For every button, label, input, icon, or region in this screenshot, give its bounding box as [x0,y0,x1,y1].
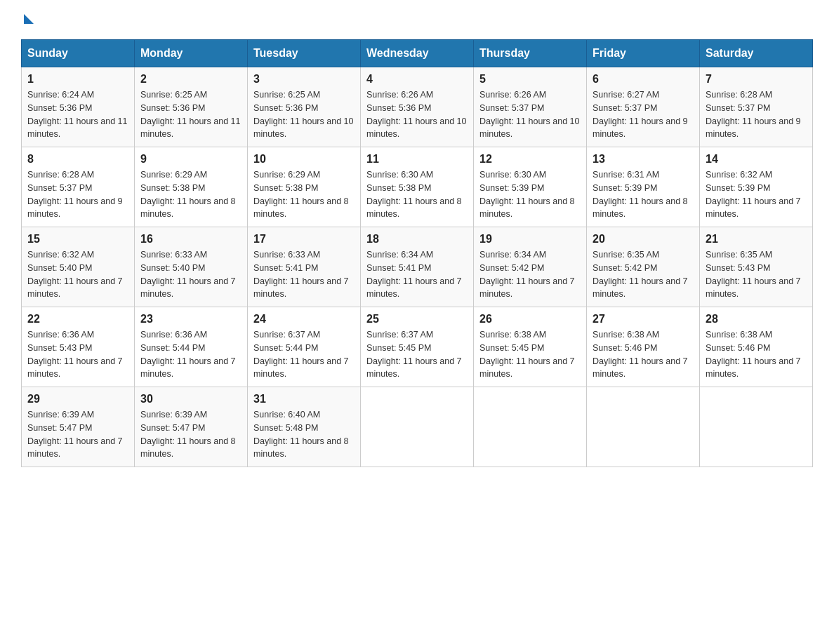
day-number: 25 [366,313,468,326]
day-number: 1 [27,73,128,86]
header-monday: Monday [135,40,248,67]
calendar-cell: 27 Sunrise: 6:38 AMSunset: 5:46 PMDaylig… [587,307,700,387]
logo-triangle-icon [24,14,34,24]
calendar-cell: 16 Sunrise: 6:33 AMSunset: 5:40 PMDaylig… [135,227,248,307]
day-info: Sunrise: 6:35 AMSunset: 5:43 PMDaylight:… [706,248,807,301]
day-info: Sunrise: 6:33 AMSunset: 5:41 PMDaylight:… [253,248,355,301]
day-info: Sunrise: 6:29 AMSunset: 5:38 PMDaylight:… [253,168,355,221]
page-header [21,14,813,25]
calendar-header: SundayMondayTuesdayWednesdayThursdayFrid… [22,40,813,67]
day-number: 11 [366,153,468,166]
week-row-3: 15 Sunrise: 6:32 AMSunset: 5:40 PMDaylig… [22,227,813,307]
day-number: 13 [593,153,694,166]
calendar-cell: 9 Sunrise: 6:29 AMSunset: 5:38 PMDayligh… [135,147,248,227]
calendar-cell: 23 Sunrise: 6:36 AMSunset: 5:44 PMDaylig… [135,307,248,387]
calendar-cell: 12 Sunrise: 6:30 AMSunset: 5:39 PMDaylig… [474,147,587,227]
calendar-cell: 24 Sunrise: 6:37 AMSunset: 5:44 PMDaylig… [248,307,361,387]
calendar-cell: 5 Sunrise: 6:26 AMSunset: 5:37 PMDayligh… [474,67,587,147]
calendar-body: 1 Sunrise: 6:24 AMSunset: 5:36 PMDayligh… [22,67,813,467]
header-saturday: Saturday [700,40,813,67]
week-row-5: 29 Sunrise: 6:39 AMSunset: 5:47 PMDaylig… [22,387,813,467]
day-number: 7 [706,73,807,86]
day-number: 15 [27,233,128,246]
day-info: Sunrise: 6:38 AMSunset: 5:46 PMDaylight:… [706,328,807,381]
day-number: 26 [479,313,581,326]
calendar-cell: 31 Sunrise: 6:40 AMSunset: 5:48 PMDaylig… [248,387,361,467]
day-number: 28 [706,313,807,326]
day-number: 20 [593,233,694,246]
calendar-cell [474,387,587,467]
week-row-4: 22 Sunrise: 6:36 AMSunset: 5:43 PMDaylig… [22,307,813,387]
day-info: Sunrise: 6:37 AMSunset: 5:45 PMDaylight:… [366,328,468,381]
day-info: Sunrise: 6:28 AMSunset: 5:37 PMDaylight:… [706,88,807,141]
day-number: 31 [253,393,355,405]
day-info: Sunrise: 6:38 AMSunset: 5:45 PMDaylight:… [479,328,581,381]
day-info: Sunrise: 6:25 AMSunset: 5:36 PMDaylight:… [140,88,241,141]
calendar-cell: 10 Sunrise: 6:29 AMSunset: 5:38 PMDaylig… [248,147,361,227]
day-info: Sunrise: 6:30 AMSunset: 5:38 PMDaylight:… [366,168,468,221]
day-number: 6 [593,73,694,86]
calendar-cell: 14 Sunrise: 6:32 AMSunset: 5:39 PMDaylig… [700,147,813,227]
day-number: 14 [706,153,807,166]
day-info: Sunrise: 6:38 AMSunset: 5:46 PMDaylight:… [593,328,694,381]
calendar-cell: 19 Sunrise: 6:34 AMSunset: 5:42 PMDaylig… [474,227,587,307]
day-number: 9 [140,153,241,166]
day-info: Sunrise: 6:34 AMSunset: 5:41 PMDaylight:… [366,248,468,301]
day-info: Sunrise: 6:24 AMSunset: 5:36 PMDaylight:… [27,88,128,141]
day-info: Sunrise: 6:31 AMSunset: 5:39 PMDaylight:… [593,168,694,221]
header-tuesday: Tuesday [248,40,361,67]
day-info: Sunrise: 6:26 AMSunset: 5:36 PMDaylight:… [366,88,468,141]
calendar-cell: 29 Sunrise: 6:39 AMSunset: 5:47 PMDaylig… [22,387,135,467]
calendar-cell: 28 Sunrise: 6:38 AMSunset: 5:46 PMDaylig… [700,307,813,387]
calendar-cell: 17 Sunrise: 6:33 AMSunset: 5:41 PMDaylig… [248,227,361,307]
day-number: 3 [253,73,355,86]
day-info: Sunrise: 6:29 AMSunset: 5:38 PMDaylight:… [140,168,241,221]
weekday-header-row: SundayMondayTuesdayWednesdayThursdayFrid… [22,40,813,67]
calendar-cell: 7 Sunrise: 6:28 AMSunset: 5:37 PMDayligh… [700,67,813,147]
day-info: Sunrise: 6:26 AMSunset: 5:37 PMDaylight:… [479,88,581,141]
day-number: 17 [253,233,355,246]
calendar-cell [361,387,474,467]
day-info: Sunrise: 6:40 AMSunset: 5:48 PMDaylight:… [253,408,355,461]
day-number: 5 [479,73,581,86]
calendar-cell: 15 Sunrise: 6:32 AMSunset: 5:40 PMDaylig… [22,227,135,307]
day-number: 16 [140,233,241,246]
logo [21,14,34,25]
calendar-cell: 21 Sunrise: 6:35 AMSunset: 5:43 PMDaylig… [700,227,813,307]
day-number: 22 [27,313,128,326]
day-number: 24 [253,313,355,326]
calendar-cell: 2 Sunrise: 6:25 AMSunset: 5:36 PMDayligh… [135,67,248,147]
day-number: 8 [27,153,128,166]
calendar-cell [700,387,813,467]
week-row-2: 8 Sunrise: 6:28 AMSunset: 5:37 PMDayligh… [22,147,813,227]
day-info: Sunrise: 6:27 AMSunset: 5:37 PMDaylight:… [593,88,694,141]
day-number: 27 [593,313,694,326]
day-info: Sunrise: 6:33 AMSunset: 5:40 PMDaylight:… [140,248,241,301]
day-info: Sunrise: 6:32 AMSunset: 5:39 PMDaylight:… [706,168,807,221]
day-number: 30 [140,393,241,405]
calendar-cell: 6 Sunrise: 6:27 AMSunset: 5:37 PMDayligh… [587,67,700,147]
calendar-cell: 26 Sunrise: 6:38 AMSunset: 5:45 PMDaylig… [474,307,587,387]
calendar-cell [587,387,700,467]
day-info: Sunrise: 6:35 AMSunset: 5:42 PMDaylight:… [593,248,694,301]
day-number: 2 [140,73,241,86]
day-number: 29 [27,393,128,405]
calendar-cell: 8 Sunrise: 6:28 AMSunset: 5:37 PMDayligh… [22,147,135,227]
day-info: Sunrise: 6:32 AMSunset: 5:40 PMDaylight:… [27,248,128,301]
day-info: Sunrise: 6:37 AMSunset: 5:44 PMDaylight:… [253,328,355,381]
calendar-cell: 25 Sunrise: 6:37 AMSunset: 5:45 PMDaylig… [361,307,474,387]
day-number: 18 [366,233,468,246]
header-wednesday: Wednesday [361,40,474,67]
calendar-cell: 18 Sunrise: 6:34 AMSunset: 5:41 PMDaylig… [361,227,474,307]
day-info: Sunrise: 6:39 AMSunset: 5:47 PMDaylight:… [140,408,241,461]
day-info: Sunrise: 6:30 AMSunset: 5:39 PMDaylight:… [479,168,581,221]
day-number: 21 [706,233,807,246]
header-sunday: Sunday [22,40,135,67]
day-info: Sunrise: 6:39 AMSunset: 5:47 PMDaylight:… [27,408,128,461]
header-thursday: Thursday [474,40,587,67]
calendar-cell: 22 Sunrise: 6:36 AMSunset: 5:43 PMDaylig… [22,307,135,387]
day-number: 12 [479,153,581,166]
week-row-1: 1 Sunrise: 6:24 AMSunset: 5:36 PMDayligh… [22,67,813,147]
day-info: Sunrise: 6:34 AMSunset: 5:42 PMDaylight:… [479,248,581,301]
calendar-table: SundayMondayTuesdayWednesdayThursdayFrid… [21,39,813,467]
